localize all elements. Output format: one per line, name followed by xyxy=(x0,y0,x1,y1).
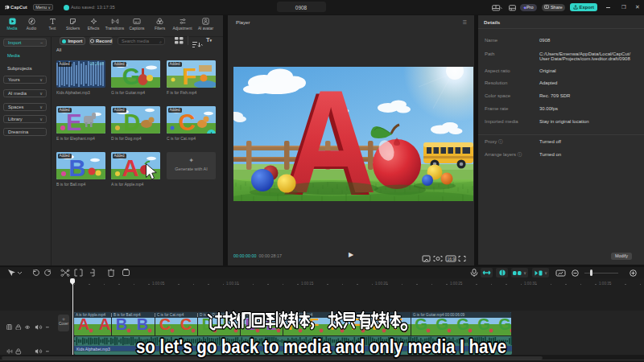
svg-text:E: E xyxy=(66,109,81,134)
svg-text:B: B xyxy=(69,155,86,180)
svg-text:16:9: 16:9 xyxy=(448,257,456,261)
svg-text:D: D xyxy=(124,109,141,134)
svg-text:C: C xyxy=(179,109,196,134)
svg-text:F: F xyxy=(182,64,196,88)
svg-text:G: G xyxy=(122,64,141,88)
svg-text:A: A xyxy=(285,67,377,201)
svg-text:so let's go back to media and: so let's go back to media and only media… xyxy=(136,335,506,357)
svg-text:A: A xyxy=(122,155,139,180)
